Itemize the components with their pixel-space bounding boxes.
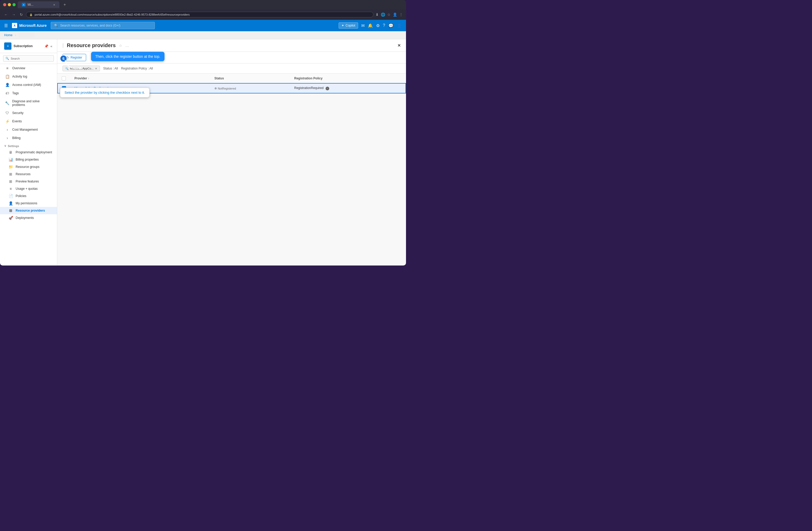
search-placeholder: Search resources, services, and docs (G+… xyxy=(60,24,120,27)
traffic-lights xyxy=(3,3,16,6)
iam-icon: 👤 xyxy=(5,83,10,87)
downloads-icon[interactable]: ⬇ xyxy=(376,13,379,17)
translate-icon[interactable]: 🌐 xyxy=(381,13,385,17)
favorite-icon[interactable]: ☆ xyxy=(119,43,122,48)
table-header-registration-policy[interactable]: Registration Policy xyxy=(290,74,406,83)
row-policy-cell: RegistrationRequired i xyxy=(290,83,406,93)
close-traffic-light[interactable] xyxy=(3,3,6,6)
overview-icon: ≡ xyxy=(5,66,10,70)
provider-link[interactable]: Microsoft.AppConfiguration xyxy=(74,86,112,90)
settings-icon[interactable]: ⚙ xyxy=(376,23,380,28)
hamburger-menu-icon[interactable]: ☰ xyxy=(4,23,8,28)
breadcrumb-subscription xyxy=(19,33,34,38)
new-tab-button[interactable]: + xyxy=(61,2,68,7)
minimize-traffic-light[interactable] xyxy=(8,3,11,6)
sidebar-item-cost-management[interactable]: › Cost Management xyxy=(0,126,57,134)
diagnose-icon: 🔧 xyxy=(5,101,10,105)
sidebar-item-diagnose-label: Diagnose and solve problems xyxy=(12,99,53,107)
main-content: | Resource providers ☆ … ✕ ↻ Register xyxy=(57,39,406,266)
sidebar-search-input[interactable]: 🔍 Search xyxy=(3,55,54,62)
azure-logo-text: Microsoft Azure xyxy=(19,24,47,28)
provider-filter-chip[interactable]: 🔍 Microsoft.AppCo... ✕ xyxy=(62,66,100,71)
sidebar-collapse-icon[interactable]: « xyxy=(50,44,53,49)
close-panel-button[interactable]: ✕ xyxy=(397,43,401,48)
sidebar-title: Subscription xyxy=(14,44,32,48)
sidebar-item-deployments[interactable]: 🚀 Deployments xyxy=(0,214,57,221)
copilot-button[interactable]: ✦ Copilot xyxy=(338,23,358,29)
feedback-icon[interactable]: 💬 xyxy=(388,23,393,28)
sidebar-item-programmatic-deployment[interactable]: 🖥 Programmatic deployment xyxy=(0,149,57,156)
browser-tab[interactable]: A Mi... ✕ xyxy=(18,1,59,8)
row-ellipsis-button[interactable]: … xyxy=(116,86,119,90)
content-header: | Resource providers ☆ … ✕ xyxy=(57,39,406,52)
notifications-icon[interactable]: ✉ xyxy=(361,23,365,28)
sidebar-item-policies-label: Policies xyxy=(16,194,26,198)
table-header-status[interactable]: Status xyxy=(210,74,290,83)
search-icon: 🔍 xyxy=(54,24,58,27)
sidebar-item-diagnose[interactable]: 🔧 Diagnose and solve problems xyxy=(0,97,57,109)
settings-group-toggle[interactable]: ∨ xyxy=(4,144,6,147)
row-checkbox-checked[interactable]: ✓ xyxy=(62,86,66,90)
my-permissions-icon: 👤 xyxy=(8,201,13,205)
sidebar-item-billing-properties-label: Billing properties xyxy=(16,158,39,161)
sidebar-item-resource-groups-label: Resource groups xyxy=(16,165,39,169)
sidebar-item-tags-label: Tags xyxy=(12,91,19,95)
sidebar-pin-icon[interactable]: 📌 xyxy=(44,44,49,49)
address-text: portal.azure.com/#@cross4cloud.com/resou… xyxy=(34,13,190,16)
help-icon[interactable]: ? xyxy=(383,23,385,28)
register-button[interactable]: ↻ Register xyxy=(62,54,86,61)
status-text: NotRegistered xyxy=(218,87,236,90)
status-badge: ⊗ NotRegistered xyxy=(215,87,236,90)
sidebar-item-preview-features[interactable]: ⊞ Preview features xyxy=(0,178,57,185)
sidebar-item-security[interactable]: 🛡 Security xyxy=(0,109,57,117)
sidebar-item-security-label: Security xyxy=(12,111,24,115)
copilot-label: Copilot xyxy=(346,24,355,27)
status-filter-label[interactable]: Status : All xyxy=(103,67,118,70)
sidebar-item-iam[interactable]: 👤 Access control (IAM) xyxy=(0,81,57,89)
sidebar-item-events[interactable]: ⚡ Events xyxy=(0,117,57,126)
browser-nav-icons: ⬇ 🌐 ☆ 👤 ⋮ xyxy=(376,13,403,17)
azure-app: ☰ A Microsoft Azure 🔍 Search resources, … xyxy=(0,20,406,266)
maximize-traffic-light[interactable] xyxy=(13,3,16,6)
table-row[interactable]: ✓ Microsoft.AppConfiguration … ⊗ NotR xyxy=(58,83,406,93)
more-options-icon[interactable]: … xyxy=(126,43,129,48)
providers-table: Provider ↑ Status Registration Policy xyxy=(57,74,406,94)
menu-icon[interactable]: ⋮ xyxy=(399,13,403,17)
resource-groups-icon: 📁 xyxy=(8,165,13,169)
provider-filter-close[interactable]: ✕ xyxy=(95,67,97,70)
row-checkbox-cell[interactable]: ✓ xyxy=(58,83,70,93)
breadcrumb-home[interactable]: Home xyxy=(4,33,13,37)
back-button[interactable]: ← xyxy=(3,12,9,18)
sidebar-item-resource-groups[interactable]: 📁 Resource groups xyxy=(0,163,57,171)
global-search-bar[interactable]: 🔍 Search resources, services, and docs (… xyxy=(51,22,155,29)
tags-icon: 🏷 xyxy=(5,91,10,95)
table-header-checkbox[interactable] xyxy=(58,74,70,83)
forward-button[interactable]: → xyxy=(11,12,17,18)
policy-info-icon[interactable]: i xyxy=(325,87,329,90)
sidebar-item-usage-quotas[interactable]: ≡ Usage + quotas xyxy=(0,185,57,192)
reload-button[interactable]: ↻ xyxy=(19,12,24,18)
sidebar-item-billing-properties[interactable]: 📊 Billing properties xyxy=(0,156,57,163)
address-bar[interactable]: 🔒 portal.azure.com/#@cross4cloud.com/res… xyxy=(26,12,374,17)
sidebar-item-resources[interactable]: ⊞ Resources xyxy=(0,171,57,178)
sidebar-item-policies[interactable]: 📄 Policies xyxy=(0,192,57,200)
page-title: Resource providers xyxy=(67,42,116,48)
tab-close-button[interactable]: ✕ xyxy=(53,3,55,6)
sidebar-search-icon: 🔍 xyxy=(5,57,9,60)
sidebar-item-activity-log[interactable]: 📋 Activity log xyxy=(0,72,57,81)
sidebar-item-my-permissions[interactable]: 👤 My permissions xyxy=(0,200,57,207)
deployments-icon: 🚀 xyxy=(8,216,13,220)
breadcrumb: Home › xyxy=(0,31,406,39)
bookmark-icon[interactable]: ☆ xyxy=(387,13,391,17)
alerts-icon[interactable]: 🔔 xyxy=(368,23,373,28)
table-header-provider[interactable]: Provider ↑ xyxy=(70,74,210,83)
sidebar-item-resource-providers[interactable]: ⊞ Resource providers xyxy=(0,207,57,214)
sidebar-item-tags[interactable]: 🏷 Tags xyxy=(0,89,57,97)
sidebar-item-overview[interactable]: ≡ Overview xyxy=(0,64,57,72)
account-icon[interactable]: 👤 xyxy=(397,23,402,28)
profile-icon[interactable]: 👤 xyxy=(393,13,397,17)
sidebar-item-billing[interactable]: › Billing xyxy=(0,134,57,142)
policy-filter-label[interactable]: Registration Policy : All xyxy=(121,67,153,70)
provider-sort-icon: ↑ xyxy=(88,77,89,80)
azure-main-layout: ≡ Subscription 📌 « 🔍 Search ≡ Overview xyxy=(0,39,406,266)
